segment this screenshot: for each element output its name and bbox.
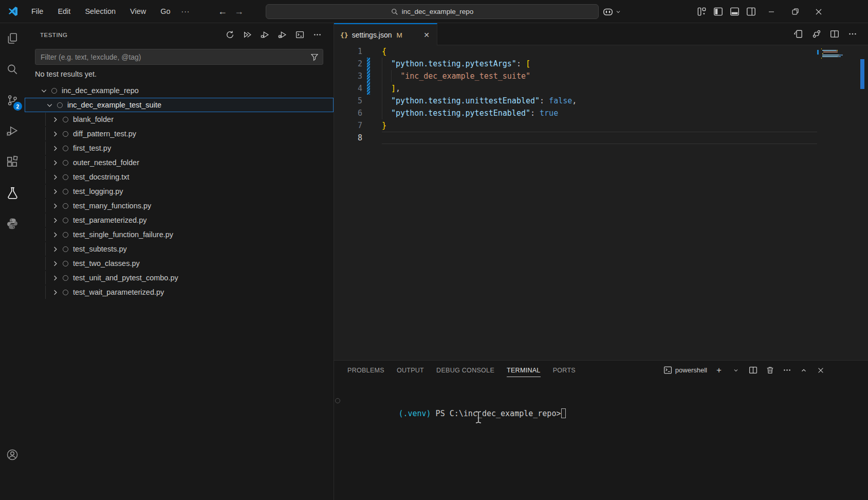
code-editor[interactable]: 1{2 "python.testing.pytestArgs": [3 "inc… (334, 45, 817, 360)
tree-item-test_parameterized.py[interactable]: test_parameterized.py (25, 213, 334, 227)
minimize-button[interactable] (760, 0, 783, 23)
menu-edit[interactable]: Edit (52, 5, 76, 17)
chevron-right-icon[interactable] (50, 202, 60, 210)
restore-button[interactable] (783, 0, 807, 23)
maximize-panel-chevron-icon[interactable] (799, 365, 809, 376)
close-button[interactable] (807, 0, 830, 23)
toggle-primary-sidebar-icon[interactable] (713, 7, 723, 16)
panel-more-actions-icon[interactable] (782, 365, 792, 376)
python-icon[interactable] (0, 208, 25, 239)
open-changes-icon[interactable] (793, 29, 804, 39)
editor-body: 1{2 "python.testing.pytestArgs": [3 "inc… (334, 45, 868, 360)
explorer-icon[interactable] (0, 23, 25, 54)
tree-item-inc_dec_example_test_suite[interactable]: inc_dec_example_test_suite (25, 98, 334, 112)
code-line-8[interactable]: 8 (334, 132, 817, 144)
tree-item-inc_dec_example_repo[interactable]: inc_dec_example_repo (25, 83, 334, 98)
panel-tab-problems[interactable]: PROBLEMS (347, 361, 384, 380)
chevron-right-icon[interactable] (50, 216, 60, 224)
debug-all-tests-icon[interactable] (260, 30, 270, 40)
chevron-right-icon[interactable] (50, 115, 60, 123)
chevron-right-icon[interactable] (50, 130, 60, 138)
filter-funnel-icon[interactable] (310, 53, 319, 63)
back-arrow-icon[interactable]: ← (218, 6, 227, 17)
menu-view[interactable]: View (124, 5, 152, 17)
customize-layout-icon[interactable] (697, 7, 707, 16)
chevron-right-icon[interactable] (50, 144, 60, 152)
command-center-search[interactable]: inc_dec_example_repo (266, 4, 599, 19)
chevron-right-icon[interactable] (50, 173, 60, 181)
close-panel-icon[interactable] (816, 365, 826, 376)
forward-arrow-icon[interactable]: → (234, 6, 244, 17)
test-filter-box (35, 49, 323, 65)
code-line-7[interactable]: 7} (334, 119, 817, 132)
code-line-6[interactable]: 6 "python.testing.pytestEnabled": true (334, 107, 817, 119)
minimap[interactable] (817, 45, 856, 360)
tab-close-icon[interactable]: ✕ (421, 30, 432, 40)
chevron-right-icon[interactable] (50, 274, 60, 282)
run-debug-icon[interactable] (0, 116, 25, 147)
panel-tab-ports[interactable]: PORTS (553, 361, 576, 380)
chevron-right-icon[interactable] (50, 259, 60, 267)
panel-tab-terminal[interactable]: TERMINAL (507, 361, 541, 380)
tree-item-test_single_function_failure.py[interactable]: test_single_function_failure.py (25, 227, 334, 242)
tree-item-test_logging.py[interactable]: test_logging.py (25, 184, 334, 199)
line-content: "inc_dec_example_test_suite" (382, 70, 817, 82)
panel-tab-debug-console[interactable]: DEBUG CONSOLE (436, 361, 494, 380)
code-line-1[interactable]: 1{ (334, 45, 817, 58)
chevron-right-icon[interactable] (50, 187, 60, 195)
toggle-panel-icon[interactable] (730, 7, 740, 16)
source-control-icon[interactable]: 2 (0, 85, 25, 116)
terminal-dropdown-chevron-icon[interactable] (731, 365, 741, 376)
terminal-shell-selector[interactable]: powershell (663, 366, 707, 374)
tree-item-test_wait_parameterized.py[interactable]: test_wait_parameterized.py (25, 285, 334, 299)
code-line-2[interactable]: 2 "python.testing.pytestArgs": [ (334, 58, 817, 70)
tree-item-outer_nested_folder[interactable]: outer_nested_folder (25, 155, 334, 170)
testing-icon[interactable] (0, 177, 25, 208)
editor-scrollbar[interactable] (856, 45, 868, 360)
tree-item-test_unit_and_pytest_combo.py[interactable]: test_unit_and_pytest_combo.py (25, 271, 334, 285)
split-terminal-icon[interactable] (748, 365, 758, 376)
tab-settings-json[interactable]: {} settings.json M ✕ (334, 23, 437, 46)
menu-overflow-icon[interactable]: ··· (176, 5, 195, 17)
menu-file[interactable]: File (26, 5, 49, 17)
code-line-5[interactable]: 5 "python.testing.unittestEnabled": fals… (334, 95, 817, 107)
chevron-right-icon[interactable] (50, 230, 60, 239)
tree-item-diff_pattern_test.py[interactable]: diff_pattern_test.py (25, 127, 334, 141)
command-decoration-icon[interactable] (335, 398, 340, 403)
chevron-right-icon[interactable] (50, 245, 60, 253)
run-all-tests-icon[interactable] (242, 30, 252, 40)
kill-terminal-trash-icon[interactable] (765, 365, 775, 376)
menu-go[interactable]: Go (155, 5, 176, 17)
run-tests-coverage-icon[interactable] (277, 30, 287, 40)
split-editor-icon[interactable] (829, 29, 840, 39)
chevron-right-icon[interactable] (50, 158, 60, 167)
toggle-secondary-sidebar-icon[interactable] (746, 7, 756, 16)
compare-changes-icon[interactable] (811, 29, 822, 39)
show-test-output-icon[interactable] (294, 30, 305, 40)
code-line-4[interactable]: 4 ], (334, 82, 817, 95)
code-line-3[interactable]: 3 "inc_dec_example_test_suite" (334, 70, 817, 82)
tree-item-test_two_classes.py[interactable]: test_two_classes.py (25, 256, 334, 271)
copilot-menu[interactable] (602, 0, 621, 23)
terminal-cursor (561, 408, 566, 418)
account-icon[interactable] (0, 439, 25, 470)
tree-item-test_subtests.py[interactable]: test_subtests.py (25, 242, 334, 256)
tree-item-test_many_functions.py[interactable]: test_many_functions.py (25, 199, 334, 213)
menu-selection[interactable]: Selection (79, 5, 121, 17)
line-content: } (382, 119, 817, 132)
tree-item-blank_folder[interactable]: blank_folder (25, 112, 334, 127)
tree-item-first_test.py[interactable]: first_test.py (25, 141, 334, 155)
panel-tab-output[interactable]: OUTPUT (397, 361, 424, 380)
terminal[interactable]: (.venv) PS C:\inc_dec_example_repo> (334, 380, 868, 500)
tree-item-test_docstring.txt[interactable]: test_docstring.txt (25, 170, 334, 184)
test-filter-input[interactable] (35, 53, 323, 61)
chevron-right-icon[interactable] (50, 288, 60, 296)
editor-more-actions-icon[interactable] (847, 29, 858, 39)
more-actions-icon[interactable] (312, 30, 322, 40)
extensions-icon[interactable] (0, 147, 25, 177)
search-sidebar-icon[interactable] (0, 54, 25, 85)
chevron-down-icon[interactable] (45, 101, 54, 109)
chevron-down-icon[interactable] (39, 86, 48, 95)
refresh-tests-icon[interactable] (225, 30, 235, 40)
new-terminal-button[interactable]: + (714, 365, 724, 376)
